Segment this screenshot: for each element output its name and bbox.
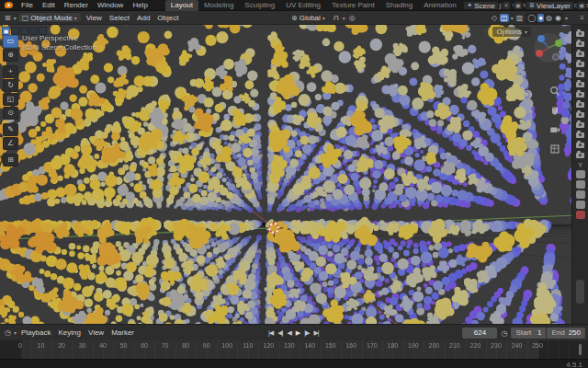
active-tool-select-box-icon[interactable]: ▣ — [2, 27, 10, 35]
workspace-tab-shading[interactable]: Shading — [380, 0, 418, 11]
menu-window[interactable]: Window — [93, 0, 128, 11]
properties-tab-output[interactable] — [576, 180, 585, 189]
viewport-menu-add[interactable]: Add — [133, 11, 153, 25]
tool-scale[interactable]: ◱ — [3, 93, 18, 106]
end-frame-field[interactable]: End 250 — [547, 328, 585, 339]
navigation-gizmo[interactable] — [533, 32, 564, 63]
shading-solid-icon[interactable]: ● — [537, 14, 544, 22]
workspace-tab-uv-editing[interactable]: UV Editing — [280, 0, 326, 11]
viewport-menu-object[interactable]: Object — [153, 11, 182, 25]
outliner-row[interactable] — [572, 59, 588, 69]
timeline-menu-marker[interactable]: Marker — [107, 326, 138, 339]
show-gizmo-icon[interactable]: ◇ — [491, 14, 498, 22]
show-overlays-icon[interactable]: ◫ — [500, 14, 509, 22]
proportional-editing-icon[interactable]: ◎ — [348, 14, 356, 22]
viewport-menu-view[interactable]: View — [83, 11, 106, 25]
clock-icon[interactable]: ◷ — [3, 328, 13, 337]
select-set-icon[interactable] — [11, 27, 19, 35]
overlays-caret-icon[interactable]: ▾ — [511, 15, 514, 21]
play-reverse-button[interactable]: ◀ — [285, 328, 292, 339]
gizmo-x-axis[interactable] — [536, 50, 543, 57]
outliner-row[interactable] — [572, 79, 588, 89]
timeline-menu-keying[interactable]: Keying — [54, 326, 84, 339]
toggle-xray-icon[interactable]: ▥ — [515, 14, 525, 22]
workspace-tab-sculpting[interactable]: Sculpting — [239, 0, 280, 11]
outliner-row[interactable] — [572, 130, 588, 140]
workspace-tab-modeling[interactable]: Modeling — [198, 0, 239, 11]
play-button[interactable]: ▶ — [294, 328, 301, 339]
menu-render[interactable]: Render — [60, 0, 93, 11]
gizmo-y-axis[interactable] — [555, 40, 562, 47]
outliner-row[interactable] — [572, 89, 588, 99]
unlink-scene-button[interactable]: ✕ — [502, 1, 511, 10]
camera-view-icon[interactable] — [549, 124, 560, 135]
gizmo-z-axis[interactable] — [537, 35, 545, 42]
tool-transform[interactable]: ⊙ — [3, 107, 18, 120]
magnet-icon[interactable]: U — [333, 14, 340, 22]
viewport-canvas[interactable] — [0, 25, 571, 324]
outliner-row[interactable] — [572, 69, 588, 79]
timeline-ruler[interactable]: 0102030405060708090100110120130140150160… — [0, 340, 588, 359]
outliner-corner-icon[interactable]: ≡ — [580, 14, 584, 22]
outliner-row[interactable] — [572, 49, 588, 59]
timeline-menu-view[interactable]: View — [85, 326, 107, 339]
outliner-row[interactable] — [572, 150, 588, 160]
tool-add-cube[interactable]: ⊞ — [3, 154, 18, 167]
stopwatch-icon[interactable]: ◷ — [500, 329, 508, 338]
timeline-menu-playback[interactable]: Playback — [17, 326, 54, 339]
view-layer-selector[interactable]: ≣ ViewLayer — [526, 1, 574, 10]
snap-caret-icon[interactable]: ▾ — [343, 15, 345, 21]
outliner-row[interactable] — [572, 99, 588, 109]
menu-edit[interactable]: Edit — [38, 0, 60, 11]
gizmo-minus-axis[interactable] — [553, 54, 560, 61]
menu-help[interactable]: Help — [128, 0, 152, 11]
outliner-row[interactable] — [572, 39, 588, 49]
tool-annotate[interactable]: ✎ — [3, 123, 18, 136]
pan-hand-icon[interactable] — [549, 105, 560, 116]
properties-tab-render[interactable] — [576, 170, 585, 178]
scene-selector[interactable]: ✦ Scene — [463, 1, 499, 10]
new-view-layer-button[interactable]: ▣ — [577, 1, 586, 10]
tool-rotate[interactable]: ↻ — [3, 79, 18, 92]
properties-tab-scene[interactable] — [576, 201, 585, 209]
ruler-tick-label: 180 — [388, 342, 399, 349]
tool-cursor[interactable]: ⊕ — [3, 49, 18, 62]
outliner-row[interactable] — [572, 120, 588, 130]
shading-rendered-icon[interactable]: ◉ — [554, 14, 562, 22]
properties-tab-world[interactable] — [576, 211, 585, 219]
outliner-row[interactable] — [572, 140, 588, 150]
tool-select-box[interactable]: ▭ — [3, 35, 18, 48]
prev-keyframe-button[interactable]: ◀| — [276, 328, 284, 339]
next-keyframe-button[interactable]: |▶ — [302, 328, 311, 339]
zoom-icon[interactable] — [549, 86, 560, 97]
outliner-row[interactable] — [572, 29, 588, 39]
workspace-tab-layout[interactable]: Layout — [165, 0, 198, 11]
perspective-toggle-icon[interactable] — [549, 144, 560, 155]
blender-logo-icon[interactable] — [5, 2, 13, 8]
properties-tab-view-layer[interactable] — [576, 190, 585, 199]
workspace-tab-texture-paint[interactable]: Texture Paint — [326, 0, 380, 11]
tool-move[interactable]: + — [3, 65, 18, 78]
scene-icon: ✦ — [467, 2, 472, 9]
editor-type-caret-icon[interactable]: ▾ — [14, 329, 17, 336]
shading-wireframe-icon[interactable]: ◯ — [526, 14, 537, 22]
transform-orientation-selector[interactable]: ⊕ Global ▾ — [287, 13, 330, 24]
jump-to-end-button[interactable]: ▶| — [311, 328, 320, 339]
viewport-menu-select[interactable]: Select — [106, 11, 133, 25]
editor-type-caret-icon[interactable]: ▾ — [14, 15, 17, 21]
jump-to-start-button[interactable]: |◀ — [266, 328, 275, 339]
shading-caret-icon[interactable]: ▾ — [565, 15, 568, 21]
new-scene-button[interactable]: ▣ — [514, 1, 523, 10]
workspace-tab-animation[interactable]: Animation — [418, 0, 462, 11]
mode-selector[interactable]: ▢ Object Mode ▾ — [17, 12, 82, 23]
scrollbar-handle[interactable] — [576, 280, 584, 304]
menu-file[interactable]: File — [17, 0, 38, 11]
options-button[interactable]: Options ▾ — [492, 27, 531, 37]
editor-3d-viewport-icon[interactable]: ⊞ — [3, 14, 13, 22]
ruler-scrollbar-end[interactable] — [579, 344, 582, 355]
current-frame-field[interactable]: 624 — [462, 328, 497, 339]
outliner-row[interactable] — [572, 109, 588, 120]
shading-material-preview-icon[interactable]: ◍ — [545, 14, 553, 22]
start-frame-field[interactable]: Start 1 — [511, 328, 546, 339]
tool-measure[interactable]: ∠ — [3, 137, 18, 150]
